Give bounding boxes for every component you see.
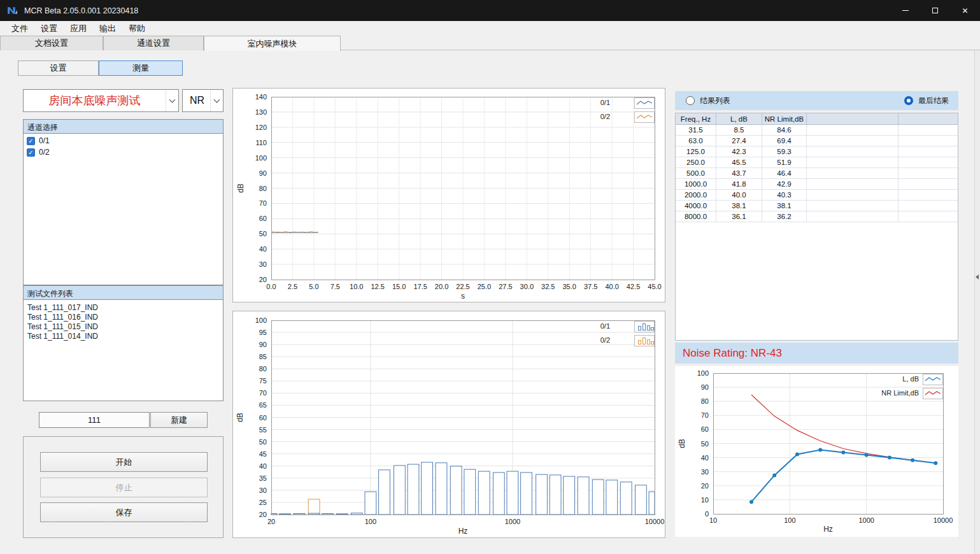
minimize-button[interactable] [890, 0, 920, 21]
noise-rating-text: Noise Rating: NR-43 [675, 343, 958, 364]
table-row[interactable]: 250.045.551.9 [676, 157, 958, 168]
table-cell: 8000.0 [676, 211, 716, 222]
table-cell [898, 136, 958, 146]
table-row[interactable]: 8000.036.136.2 [676, 211, 958, 222]
file-list-item[interactable]: Test 1_111_017_IND [24, 303, 223, 313]
table-row[interactable]: 1000.041.842.9 [676, 179, 958, 190]
svg-text:100: 100 [365, 518, 376, 525]
nr-chart: 010203040506070809010010100100010000HzdB… [675, 366, 958, 536]
svg-text:10000: 10000 [934, 516, 953, 524]
collapse-panel-strip[interactable] [974, 50, 980, 554]
table-cell: 40.3 [762, 190, 807, 200]
file-list[interactable]: Test 1_111_017_INDTest 1_111_016_INDTest… [23, 299, 224, 401]
close-button[interactable]: ✕ [950, 0, 980, 21]
table-cell: 84.6 [762, 125, 807, 135]
channel-label: 0/1 [39, 136, 50, 145]
channel-item[interactable]: ✓0/1 [24, 135, 223, 146]
svg-text:40.0: 40.0 [605, 283, 618, 290]
table-row[interactable]: 2000.040.040.3 [676, 190, 958, 201]
svg-text:12.5: 12.5 [371, 283, 385, 290]
menu-application[interactable]: 应用 [64, 22, 93, 36]
svg-text:20: 20 [259, 276, 267, 283]
svg-text:65: 65 [259, 401, 267, 409]
table-row[interactable]: 500.043.746.4 [676, 168, 958, 179]
results-table-body[interactable]: 31.58.584.663.027.469.4125.042.359.3250.… [676, 125, 958, 222]
subtab-measure[interactable]: 测量 [99, 60, 183, 76]
svg-text:35: 35 [259, 474, 267, 482]
save-button[interactable]: 保存 [40, 502, 208, 522]
svg-text:0.0: 0.0 [266, 283, 276, 290]
svg-text:10: 10 [701, 496, 709, 504]
spectrum-chart: 2025303540455055606570758085909510020100… [233, 311, 665, 537]
tab-strip: 文档设置通道设置室内噪声模块 [0, 36, 980, 50]
svg-text:85: 85 [259, 353, 267, 360]
table-row[interactable]: 31.58.584.6 [676, 125, 958, 136]
file-list-item[interactable]: Test 1_111_016_IND [24, 313, 223, 322]
table-cell: 500.0 [676, 168, 716, 178]
table-cell [807, 125, 898, 135]
checkbox-icon[interactable]: ✓ [27, 148, 35, 157]
spectrum-chart-panel: 2025303540455055606570758085909510020100… [232, 311, 665, 538]
stop-button[interactable]: 停止 [40, 478, 208, 497]
channel-list[interactable]: ✓0/1✓0/2 [23, 133, 224, 285]
table-row[interactable]: 125.042.359.3 [676, 146, 958, 157]
radio-result-list[interactable]: 结果列表 [686, 96, 730, 106]
menu-settings[interactable]: 设置 [34, 22, 64, 36]
svg-text:0: 0 [705, 510, 709, 518]
svg-text:dB: dB [678, 439, 686, 448]
chevron-down-icon[interactable] [210, 90, 223, 111]
file-prefix-input[interactable] [39, 412, 150, 428]
table-cell: 69.4 [762, 136, 807, 146]
svg-text:25: 25 [259, 499, 267, 506]
tab-channel-settings[interactable]: 通道设置 [103, 36, 204, 50]
table-cell: 59.3 [762, 146, 807, 157]
file-list-item[interactable]: Test 1_111_014_IND [24, 332, 223, 341]
svg-text:dB: dB [236, 183, 245, 193]
file-list-item[interactable]: Test 1_111_015_IND [24, 322, 223, 332]
results-table-header: Freq., HzL, dBNR Limit,dB [676, 113, 958, 125]
svg-text:10000: 10000 [645, 518, 665, 525]
channel-item[interactable]: ✓0/2 [24, 146, 223, 158]
svg-text:100: 100 [697, 369, 709, 377]
menu-help[interactable]: 帮助 [122, 22, 152, 36]
rating-type-combobox[interactable]: NR [182, 89, 224, 112]
svg-text:70: 70 [701, 411, 709, 419]
svg-text:40: 40 [259, 462, 267, 470]
svg-text:140: 140 [255, 93, 267, 101]
channel-label: 0/2 [39, 148, 50, 157]
table-row[interactable]: 4000.038.138.1 [676, 201, 958, 211]
new-button[interactable]: 新建 [150, 412, 208, 428]
svg-text:80: 80 [701, 397, 709, 405]
radio-result-list-label: 结果列表 [700, 96, 730, 106]
svg-text:100: 100 [255, 316, 267, 324]
table-row[interactable]: 63.027.469.4 [676, 136, 958, 146]
chevron-down-icon[interactable] [166, 90, 178, 111]
maximize-icon [932, 8, 938, 13]
rating-type-value: NR [183, 95, 210, 106]
menubar: 文件设置应用输出帮助 [0, 21, 980, 36]
tab-document-settings[interactable]: 文档设置 [0, 36, 103, 50]
svg-text:10.0: 10.0 [350, 283, 363, 290]
subtab-settings[interactable]: 设置 [18, 60, 99, 76]
svg-text:30.0: 30.0 [520, 283, 534, 290]
start-button[interactable]: 开始 [40, 452, 208, 472]
svg-text:20: 20 [267, 518, 275, 525]
tab-room-noise-module[interactable]: 室内噪声模块 [204, 36, 341, 51]
menu-output[interactable]: 输出 [93, 22, 122, 36]
test-name-combobox[interactable]: 房间本底噪声测试 [23, 89, 179, 112]
results-table: Freq., HzL, dBNR Limit,dB 31.58.584.663.… [675, 113, 958, 341]
svg-text:40: 40 [259, 245, 267, 253]
checkbox-icon[interactable]: ✓ [27, 137, 35, 145]
menu-file[interactable]: 文件 [5, 22, 34, 36]
table-cell: 36.2 [762, 211, 807, 222]
svg-text:7.5: 7.5 [330, 283, 340, 290]
table-cell: 51.9 [762, 157, 807, 167]
svg-text:22.5: 22.5 [456, 283, 469, 290]
radio-last-result[interactable]: 最后结果 [904, 96, 949, 106]
table-cell [807, 146, 898, 157]
svg-text:0/2: 0/2 [600, 113, 610, 120]
svg-text:90: 90 [259, 341, 267, 348]
svg-text:1000: 1000 [858, 516, 874, 524]
svg-text:32.5: 32.5 [541, 283, 555, 290]
maximize-button[interactable] [920, 0, 950, 21]
